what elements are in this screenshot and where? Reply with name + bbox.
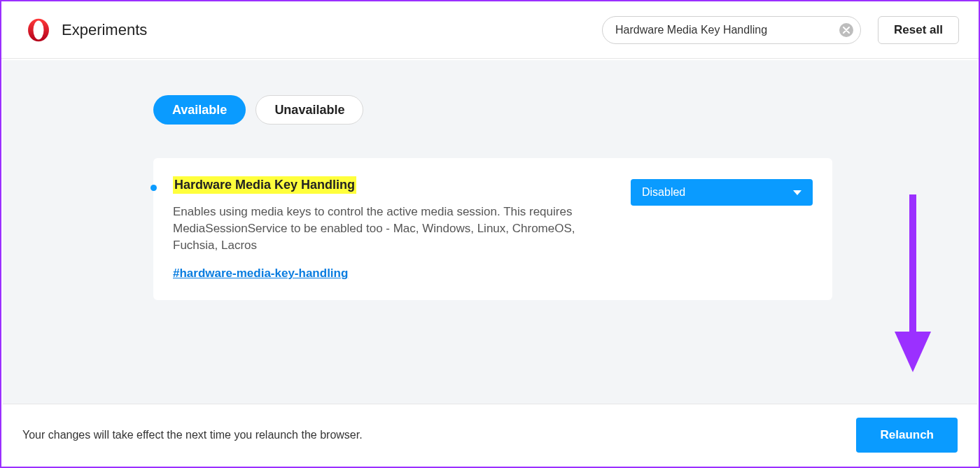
flag-text-block: Hardware Media Key Handling Enables usin… — [173, 176, 631, 281]
tab-available[interactable]: Available — [153, 95, 246, 125]
flag-hash-link[interactable]: #hardware-media-key-handling — [173, 267, 348, 281]
relaunch-button[interactable]: Relaunch — [856, 418, 958, 453]
footer-bar: Your changes will take effect the next t… — [3, 404, 977, 465]
opera-logo-icon — [27, 18, 50, 42]
tab-unavailable[interactable]: Unavailable — [255, 95, 363, 125]
page-title: Experiments — [62, 21, 147, 39]
flag-state-dropdown[interactable]: Disabled — [631, 179, 813, 206]
modified-indicator-icon — [150, 185, 157, 191]
content-column: Available Unavailable Hardware Media Key… — [153, 95, 832, 300]
flag-card: Hardware Media Key Handling Enables usin… — [153, 158, 832, 300]
clear-search-icon[interactable] — [839, 23, 853, 37]
tabs: Available Unavailable — [153, 95, 832, 125]
reset-all-button[interactable]: Reset all — [878, 16, 959, 44]
dropdown-value: Disabled — [642, 186, 685, 199]
flag-description: Enables using media keys to control the … — [173, 204, 603, 254]
search-box[interactable] — [602, 16, 861, 44]
search-input[interactable] — [615, 24, 839, 36]
svg-point-1 — [34, 20, 44, 39]
window-frame: Experiments Reset all Available Unavaila… — [0, 0, 980, 468]
main-area: Available Unavailable Hardware Media Key… — [3, 60, 977, 404]
flag-title: Hardware Media Key Handling — [173, 176, 356, 194]
footer-message: Your changes will take effect the next t… — [22, 429, 363, 441]
chevron-down-icon — [793, 190, 802, 195]
header-bar: Experiments Reset all — [1, 1, 979, 59]
